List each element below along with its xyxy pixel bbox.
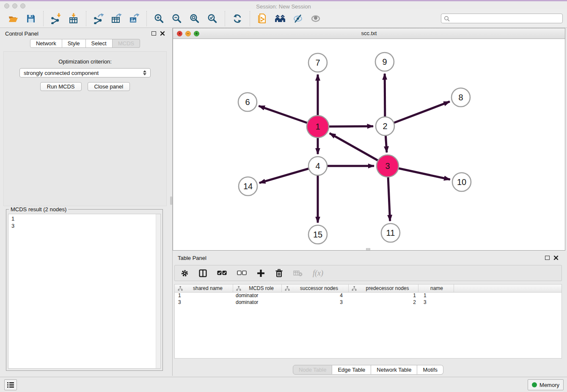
network-window-titlebar[interactable]: × − + scc.txt bbox=[173, 28, 565, 39]
table-cell[interactable]: dominator bbox=[233, 299, 282, 306]
network-close-icon[interactable]: × bbox=[177, 31, 182, 36]
column-type-icon bbox=[178, 286, 183, 291]
node-11[interactable]: 11 bbox=[381, 224, 400, 242]
table-cell[interactable]: 3 bbox=[175, 299, 233, 306]
zoom-selected-icon[interactable] bbox=[206, 13, 218, 25]
refresh-icon[interactable] bbox=[231, 13, 243, 25]
table-cell[interactable]: 3 bbox=[282, 299, 349, 306]
mcds-result-text: 1 3 bbox=[11, 215, 157, 229]
duplicate-network-icon[interactable] bbox=[256, 13, 268, 25]
node-7[interactable]: 7 bbox=[308, 53, 327, 72]
memory-button[interactable]: Memory bbox=[528, 379, 564, 390]
tab-style[interactable]: Style bbox=[62, 39, 86, 48]
tab-select[interactable]: Select bbox=[86, 39, 113, 48]
node-table: shared nameMCDS rolesuccessor nodesprede… bbox=[174, 284, 562, 359]
node-label: 2 bbox=[383, 121, 387, 131]
table-cell[interactable]: 1 bbox=[175, 293, 233, 299]
task-list-icon bbox=[7, 382, 14, 388]
close-panel-icon[interactable] bbox=[160, 31, 165, 36]
tab-network[interactable]: Network bbox=[30, 39, 62, 48]
close-panel-button[interactable]: Close panel bbox=[88, 82, 130, 91]
zoom-in-icon[interactable] bbox=[153, 13, 165, 25]
zoom-out-icon[interactable] bbox=[171, 13, 183, 25]
show-columns-icon[interactable] bbox=[199, 269, 207, 277]
column-label: MCDS role bbox=[243, 285, 280, 291]
table-tab-motifs[interactable]: Motifs bbox=[417, 365, 443, 375]
open-session-icon[interactable] bbox=[7, 13, 19, 25]
optimization-dropdown[interactable]: strongly connected component bbox=[19, 68, 151, 77]
table-tab-node-table[interactable]: Node Table bbox=[293, 365, 333, 375]
table-body: 1dominator4113dominator323 bbox=[175, 293, 561, 306]
select-all-icon[interactable] bbox=[217, 270, 227, 276]
table-cell[interactable]: 1 bbox=[418, 293, 454, 299]
export-image-icon[interactable] bbox=[128, 13, 140, 25]
node-9[interactable]: 9 bbox=[375, 52, 394, 71]
export-network-icon[interactable] bbox=[93, 13, 105, 25]
zoom-fit-icon[interactable] bbox=[189, 13, 201, 25]
table-row[interactable]: 3dominator323 bbox=[175, 299, 561, 306]
task-history-button[interactable] bbox=[4, 379, 17, 390]
import-network-icon[interactable] bbox=[50, 13, 62, 25]
network-canvas[interactable]: 7968124314101511 bbox=[173, 39, 565, 250]
save-session-icon[interactable] bbox=[25, 13, 37, 25]
unselect-all-icon[interactable] bbox=[237, 270, 247, 276]
column-header-mcds-role[interactable]: MCDS role bbox=[233, 284, 282, 292]
float-panel-icon[interactable] bbox=[151, 31, 156, 36]
import-table-icon[interactable] bbox=[68, 13, 80, 25]
search-input[interactable] bbox=[451, 15, 560, 22]
node-15[interactable]: 15 bbox=[308, 225, 327, 244]
node-1[interactable]: 1 bbox=[307, 116, 329, 138]
divider-grip[interactable] bbox=[170, 196, 172, 205]
table-cell[interactable]: 4 bbox=[282, 293, 349, 299]
mcds-result-textarea[interactable]: 1 3 bbox=[8, 214, 161, 369]
result-scrollbar[interactable] bbox=[156, 214, 160, 368]
node-4[interactable]: 4 bbox=[308, 157, 327, 175]
table-toolbar: f(x) bbox=[174, 265, 562, 281]
node-3[interactable]: 3 bbox=[377, 155, 399, 177]
mcds-panel: Optimization criterion: strongly connect… bbox=[3, 51, 167, 206]
node-10[interactable]: 10 bbox=[452, 173, 471, 191]
home-icon[interactable] bbox=[274, 13, 286, 25]
column-header-successor-nodes[interactable]: successor nodes bbox=[282, 284, 349, 292]
node-6[interactable]: 6 bbox=[238, 93, 257, 111]
table-cell[interactable]: 2 bbox=[349, 299, 418, 306]
float-table-panel-icon[interactable] bbox=[545, 256, 550, 260]
table-tab-network-table[interactable]: Network Table bbox=[371, 365, 417, 375]
control-panel: Control Panel NetworkStyleSelectMCDS Opt… bbox=[0, 28, 170, 376]
search-box[interactable] bbox=[441, 14, 563, 23]
control-panel-tabs: NetworkStyleSelectMCDS bbox=[0, 39, 170, 48]
column-type-icon bbox=[285, 286, 290, 291]
node-14[interactable]: 14 bbox=[239, 177, 257, 196]
column-header-shared-name[interactable]: shared name bbox=[175, 284, 233, 292]
run-mcds-button[interactable]: Run MCDS bbox=[40, 82, 82, 91]
table-tab-edge-table[interactable]: Edge Table bbox=[332, 365, 371, 375]
show-panels-icon[interactable] bbox=[310, 13, 322, 25]
close-table-panel-icon[interactable] bbox=[553, 255, 559, 260]
column-header-predecessor-nodes[interactable]: predecessor nodes bbox=[349, 284, 418, 292]
delete-column-trash-icon[interactable] bbox=[275, 269, 283, 277]
mcds-result-group: MCDS result (2 nodes) 1 3 bbox=[6, 209, 163, 371]
table-cell[interactable]: 1 bbox=[349, 293, 418, 299]
hide-panels-icon[interactable] bbox=[292, 13, 304, 25]
column-header-name[interactable]: name bbox=[418, 284, 454, 292]
edge-2-8[interactable] bbox=[385, 102, 450, 126]
network-graph[interactable]: 7968124314101511 bbox=[173, 39, 565, 250]
table-cell[interactable]: 3 bbox=[418, 299, 454, 306]
main-toolbar bbox=[0, 9, 567, 28]
export-table-icon[interactable] bbox=[110, 13, 122, 25]
table-panel: Table Panel f(x) shared nameMCDS role bbox=[173, 252, 564, 376]
table-settings-gear-icon[interactable] bbox=[181, 269, 189, 277]
table-panel-title: Table Panel bbox=[178, 255, 206, 261]
network-minimize-icon[interactable]: − bbox=[185, 31, 191, 36]
network-maximize-icon[interactable]: + bbox=[194, 31, 199, 36]
node-8[interactable]: 8 bbox=[451, 88, 470, 107]
main-titlebar: Session: New Session bbox=[0, 0, 567, 9]
toolbar-separator bbox=[146, 11, 147, 26]
table-cell[interactable]: dominator bbox=[233, 293, 282, 299]
node-2[interactable]: 2 bbox=[376, 117, 394, 135]
table-row[interactable]: 1dominator411 bbox=[175, 293, 561, 299]
create-column-plus-icon[interactable] bbox=[257, 269, 265, 277]
tab-mcds[interactable]: MCDS bbox=[113, 39, 140, 48]
node-label: 4 bbox=[315, 161, 320, 171]
canvas-resize-grip[interactable] bbox=[366, 248, 370, 250]
